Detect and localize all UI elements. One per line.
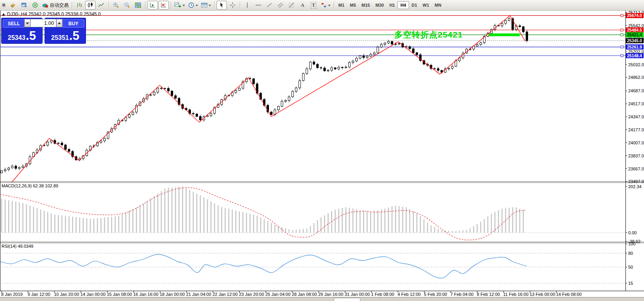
- timeframe-D1-button[interactable]: D1: [409, 1, 420, 9]
- candlestick-chart-icon: [87, 2, 93, 8]
- gold-cube-button[interactable]: [8, 1, 18, 9]
- time-tick-label: 11 Feb 16:00: [503, 292, 528, 297]
- buy-price-frac: .5: [69, 29, 79, 43]
- signals-button[interactable]: [30, 1, 40, 9]
- timeframe-M30-button[interactable]: M30: [373, 1, 386, 9]
- macd-indicator-label: MACD(12,26,9) 62.38 102.89: [2, 183, 58, 188]
- fibonacci-icon: [288, 2, 295, 8]
- timeframe-W1-button[interactable]: W1: [420, 1, 432, 9]
- auto-scroll-icon: [149, 2, 156, 8]
- timeframe-M1-button[interactable]: M1: [336, 1, 347, 9]
- chart-bars-button[interactable]: [74, 1, 84, 9]
- timeframe-M15-button[interactable]: M15: [359, 1, 373, 9]
- buy-button[interactable]: BUY: [62, 19, 84, 28]
- scrollbar-thumb[interactable]: [334, 298, 360, 301]
- annotation-text: 多空转折点25421: [394, 29, 463, 40]
- volume-stepper: 1.00: [24, 19, 62, 27]
- volume-increase-button[interactable]: [56, 19, 62, 27]
- tile-windows-icon: [135, 2, 141, 8]
- price-tick-label: 24007.0: [628, 140, 644, 145]
- price-tick-label: 23497.0: [628, 179, 644, 184]
- volume-input[interactable]: 1.00: [30, 19, 56, 27]
- time-tick-label: 25 Jan 04:00: [265, 292, 291, 297]
- price-tick-label: 25032.0: [628, 62, 644, 67]
- equidistant-channel-tool-button[interactable]: [275, 1, 286, 9]
- toolbar-separator: [72, 2, 72, 9]
- toolbar-separator: [240, 2, 240, 9]
- trendline-tool-button[interactable]: [264, 1, 274, 9]
- arrows-icon: [321, 2, 327, 8]
- data-window-button[interactable]: [19, 1, 29, 9]
- new-chart-button[interactable]: [173, 1, 186, 9]
- cursor-icon: [218, 2, 225, 8]
- time-tick-label: 14 Jan 00:00: [80, 292, 106, 297]
- time-tick-label: 28 Jan 08:00: [292, 292, 317, 297]
- svg-text:25148.4: 25148.4: [627, 53, 642, 58]
- crosshair-button[interactable]: [228, 1, 238, 9]
- volume-decrease-button[interactable]: [24, 19, 30, 27]
- timeframe-H1-button[interactable]: H1: [386, 1, 398, 9]
- periods-button[interactable]: [187, 1, 199, 9]
- bar-chart-icon: [76, 2, 82, 8]
- timeframe-M5-button[interactable]: M5: [347, 1, 358, 9]
- chart-canvas[interactable]: 25712.025542.025372.025202.025032.024862…: [0, 0, 644, 301]
- auto-scroll-button[interactable]: [147, 1, 158, 9]
- chart-shift-icon: [161, 2, 167, 8]
- cursor-button[interactable]: [217, 1, 227, 9]
- chart-background: [0, 10, 644, 297]
- toolbar-separator: [108, 2, 109, 9]
- channel-icon: [277, 2, 284, 8]
- text-tool-button[interactable]: A: [297, 1, 308, 9]
- symbol-marker-icon: [2, 13, 5, 16]
- sell-price-frac: .5: [26, 29, 36, 43]
- rsi-tick-label: 100: [628, 241, 635, 246]
- time-tick-label: 15 Jan 08:00: [107, 292, 132, 297]
- macd-tick-label: 202.34: [628, 184, 642, 189]
- rsi-indicator-label: RSI(14) 49.0349: [2, 244, 34, 249]
- autotrading-button[interactable]: 自动交易: [41, 1, 70, 9]
- toolbar-separator: [145, 2, 146, 9]
- one-click-trading-panel: SELL 25343 .5 BUY 25351 .5 1.00: [1, 18, 85, 44]
- time-tick-label: 18 Jan 00:00: [160, 292, 185, 297]
- fibonacci-tool-button[interactable]: [286, 1, 297, 9]
- autotrading-label: 自动交易: [50, 2, 69, 9]
- caret-down-icon: [26, 22, 29, 26]
- svg-text:25345.0: 25345.0: [627, 38, 642, 43]
- chart-shift-button[interactable]: [159, 1, 169, 9]
- time-tick-label: 22 Jan 12:00: [213, 292, 238, 297]
- time-tick-label: 31 Jan 00:00: [345, 292, 370, 297]
- zoom-in-button[interactable]: [111, 1, 121, 9]
- timeframe-H4-button[interactable]: H4: [398, 1, 409, 9]
- zoom-out-button[interactable]: [122, 1, 132, 9]
- turning-point-highlight-bar[interactable]: [489, 34, 520, 36]
- vertical-line-tool-button[interactable]: [242, 1, 252, 9]
- text-label-tool-button[interactable]: T: [308, 1, 319, 9]
- horizontal-line-tool-button[interactable]: [253, 1, 263, 9]
- time-tick-label: 13 Feb 00:00: [530, 292, 555, 297]
- arrows-tool-button[interactable]: [319, 1, 332, 9]
- new-order-button[interactable]: 单: [0, 1, 7, 9]
- svg-text:25674.0: 25674.0: [627, 13, 642, 18]
- chevron-down-icon: [328, 5, 330, 7]
- chart-candles-button[interactable]: [85, 1, 95, 9]
- timeframe-toolbar: M1M5M15M30H1H4D1W1MN: [336, 1, 444, 9]
- buy-price-main: 25351: [51, 34, 69, 41]
- chart-horizontal-scrollbar[interactable]: [0, 297, 644, 301]
- price-tick-label: 24347.0: [628, 114, 644, 119]
- tile-windows-button[interactable]: [133, 1, 143, 9]
- chart-line-button[interactable]: [96, 1, 106, 9]
- svg-text:25484.5: 25484.5: [627, 28, 642, 32]
- templates-button[interactable]: [200, 1, 212, 9]
- text-tool-label: A: [301, 2, 304, 8]
- sell-button[interactable]: SELL: [3, 19, 25, 28]
- new-chart-icon: [174, 2, 181, 8]
- text-label-tool-label: T: [311, 2, 316, 9]
- new-order-label: 单: [2, 2, 6, 8]
- price-tick-label: 24517.0: [628, 101, 644, 106]
- price-tick-label: 23667.0: [628, 166, 644, 171]
- time-tick-label: 16 Jan 16:00: [133, 292, 159, 297]
- trendline-icon: [266, 2, 273, 8]
- time-tick-label: 1 Feb 08:00: [371, 292, 394, 297]
- toolbar-separator: [214, 2, 215, 9]
- timeframe-MN-button[interactable]: MN: [432, 1, 444, 9]
